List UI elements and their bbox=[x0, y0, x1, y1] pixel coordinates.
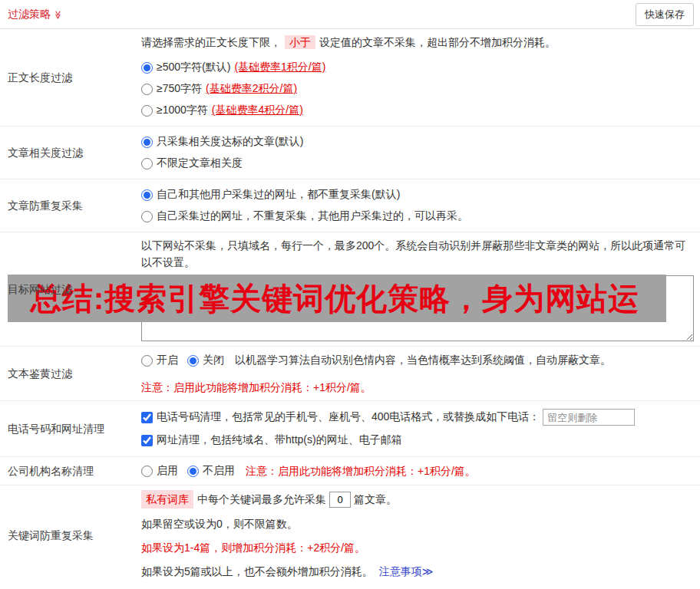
quick-save-button[interactable]: 快速保存 bbox=[636, 3, 694, 26]
company-off-radio[interactable] bbox=[187, 466, 199, 477]
phone-cleanup-text: 电话号码清理，包括常见的手机号、座机号、400电话格式，或替换成如下电话： bbox=[157, 410, 540, 424]
body-length-content: 请选择需求的正文长度下限，小于设定值的文章不采集，超出部分不增加积分消耗。 ≥5… bbox=[135, 29, 700, 126]
relevance-strict-radio[interactable] bbox=[141, 137, 153, 148]
phone-url-label: 电话号码和网址清理 bbox=[0, 401, 135, 456]
length-1000-fee-note: (基础费率4积分/篇) bbox=[212, 104, 303, 117]
row-dedup-collection: 文章防重复采集 自己和其他用户采集过的网址，都不重复采集(默认) 自己采集过的网… bbox=[0, 179, 700, 232]
company-on-option[interactable]: 启用 bbox=[141, 464, 178, 478]
keyword-dedup-content: 私有词库 中每个关键词最多允许采集 篇文章。 如果留空或设为0，则不限篇数。 如… bbox=[135, 485, 700, 584]
relevance-strict-option[interactable]: 只采集相关度达标的文章(默认) bbox=[141, 131, 694, 153]
porn-on-radio[interactable] bbox=[141, 355, 153, 367]
dedup-all-users-radio[interactable] bbox=[141, 189, 153, 201]
url-cleanup-text: 网址清理，包括纯域名、带http(s)的网址、电子邮箱 bbox=[157, 433, 402, 447]
phone-cleanup-checkbox[interactable] bbox=[141, 412, 153, 423]
keyword-dedup-line3: 如果设为1-4篇，则增加积分消耗：+2积分/篇。 bbox=[141, 539, 694, 556]
max-articles-input[interactable] bbox=[329, 492, 351, 508]
row-relevance-filter: 文章相关度过滤 只采集相关度达标的文章(默认) 不限定文章相关度 bbox=[0, 127, 700, 179]
page-title-text: 过滤策略 bbox=[8, 8, 51, 21]
url-cleanup-line: 网址清理，包括纯域名、带http(s)的网址、电子邮箱 bbox=[141, 429, 694, 452]
phone-cleanup-option[interactable]: 电话号码清理，包括常见的手机号、座机号、400电话格式，或替换成如下电话： bbox=[141, 410, 540, 424]
porn-filter-note: 注意：启用此功能将增加积分消耗：+1积分/篇。 bbox=[141, 379, 694, 396]
company-off-text: 不启用 bbox=[203, 464, 235, 478]
porn-off-radio[interactable] bbox=[187, 355, 199, 367]
row-body-length-filter: 正文长度过滤 请选择需求的正文长度下限，小于设定值的文章不采集，超出部分不增加积… bbox=[0, 29, 700, 127]
relevance-any-text: 不限定文章相关度 bbox=[157, 156, 243, 170]
keyword-dedup-line1-text: 中每个关键词最多允许采集 bbox=[197, 491, 326, 508]
porn-off-text: 关闭 bbox=[203, 354, 224, 367]
target-sites-label: 目标网站过滤 bbox=[0, 232, 135, 346]
body-length-label: 正文长度过滤 bbox=[0, 29, 135, 126]
keyword-dedup-line4-text: 如果设为5篇或以上，也不会额外增加积分消耗。 bbox=[141, 563, 373, 580]
length-1000-text: ≥1000字符 bbox=[157, 104, 208, 117]
length-750-text: ≥750字符 bbox=[157, 82, 202, 96]
relevance-any-radio[interactable] bbox=[141, 158, 153, 169]
length-750-fee-note: (基础费率2积分/篇) bbox=[206, 82, 297, 96]
url-cleanup-option[interactable]: 网址清理，包括纯域名、带http(s)的网址、电子邮箱 bbox=[141, 433, 402, 447]
porn-filter-label: 文本鉴黄过滤 bbox=[0, 347, 135, 400]
length-500-text: ≥500字符(默认) bbox=[157, 61, 230, 74]
intro-pre-text: 请选择需求的正文长度下限， bbox=[141, 36, 281, 48]
company-off-option[interactable]: 不启用 bbox=[187, 464, 235, 478]
filter-strategy-page: 过滤策略 ≫ 快速保存 正文长度过滤 请选择需求的正文长度下限，小于设定值的文章… bbox=[0, 0, 700, 589]
porn-on-option[interactable]: 开启 bbox=[141, 354, 178, 367]
dedup-all-users-option[interactable]: 自己和其他用户采集过的网址，都不重复采集(默认) bbox=[141, 184, 694, 206]
topbar: 过滤策略 ≫ 快速保存 bbox=[0, 0, 700, 29]
length-500-radio[interactable] bbox=[141, 62, 153, 74]
dedup-self-only-radio[interactable] bbox=[141, 211, 153, 222]
relevance-content: 只采集相关度达标的文章(默认) 不限定文章相关度 bbox=[135, 127, 700, 179]
length-1000-radio[interactable] bbox=[141, 105, 153, 117]
relevance-any-option[interactable]: 不限定文章相关度 bbox=[141, 153, 694, 174]
row-porn-filter: 文本鉴黄过滤 开启 关闭 以机器学习算法自动识别色情内容，当色情概率达到系统阈值… bbox=[0, 347, 700, 401]
company-on-radio[interactable] bbox=[141, 466, 153, 477]
dedup-label: 文章防重复采集 bbox=[0, 179, 135, 232]
chevron-down-icon: ≫ bbox=[53, 11, 63, 20]
length-750-option[interactable]: ≥750字符 (基础费率2积分/篇) bbox=[141, 78, 694, 100]
page-title[interactable]: 过滤策略 ≫ bbox=[8, 8, 63, 21]
row-keyword-dedup: 关键词防重复采集 私有词库 中每个关键词最多允许采集 篇文章。 如果留空或设为0… bbox=[0, 485, 700, 584]
porn-off-option[interactable]: 关闭 bbox=[187, 354, 224, 367]
company-on-text: 启用 bbox=[157, 464, 178, 478]
less-than-highlight: 小于 bbox=[285, 35, 315, 49]
relevance-label: 文章相关度过滤 bbox=[0, 127, 135, 179]
length-500-fee-note: (基础费率1积分/篇) bbox=[234, 61, 325, 74]
length-750-radio[interactable] bbox=[141, 84, 153, 95]
phone-url-content: 电话号码清理，包括常见的手机号、座机号、400电话格式，或替换成如下电话： 网址… bbox=[135, 401, 700, 456]
keyword-dedup-line1: 私有词库 中每个关键词最多允许采集 篇文章。 bbox=[141, 490, 694, 508]
company-cleanup-note: 注意：启用此功能将增加积分消耗：+1积分/篇。 bbox=[246, 462, 476, 479]
notes-link[interactable]: 注意事项≫ bbox=[379, 563, 434, 580]
keyword-dedup-label: 关键词防重复采集 bbox=[0, 485, 135, 584]
relevance-strict-text: 只采集相关度达标的文章(默认) bbox=[157, 135, 303, 149]
porn-filter-content: 开启 关闭 以机器学习算法自动识别色情内容，当色情概率达到系统阈值，自动屏蔽文章… bbox=[135, 347, 700, 400]
phone-cleanup-line: 电话号码清理，包括常见的手机号、座机号、400电话格式，或替换成如下电话： bbox=[141, 406, 694, 429]
body-length-intro: 请选择需求的正文长度下限，小于设定值的文章不采集，超出部分不增加积分消耗。 bbox=[141, 34, 694, 51]
replacement-phone-input[interactable] bbox=[543, 409, 635, 426]
porn-on-text: 开启 bbox=[157, 354, 178, 367]
intro-post-text: 设定值的文章不采集，超出部分不增加积分消耗。 bbox=[319, 36, 556, 48]
company-cleanup-options: 启用 不启用 注意：启用此功能将增加积分消耗：+1积分/篇。 bbox=[141, 462, 694, 480]
row-phone-url-cleanup: 电话号码和网址清理 电话号码清理，包括常见的手机号、座机号、400电话格式，或替… bbox=[0, 401, 700, 457]
keyword-dedup-line4: 如果设为5篇或以上，也不会额外增加积分消耗。 注意事项≫ bbox=[141, 563, 694, 580]
target-sites-desc: 以下网站不采集，只填域名，每行一个，最多200个。系统会自动识别并屏蔽那些非文章… bbox=[141, 237, 694, 271]
company-cleanup-content: 启用 不启用 注意：启用此功能将增加积分消耗：+1积分/篇。 bbox=[135, 457, 700, 485]
dedup-content: 自己和其他用户采集过的网址，都不重复采集(默认) 自己采集过的网址，不重复采集，… bbox=[135, 179, 700, 232]
private-lexicon-tag: 私有词库 bbox=[141, 490, 193, 508]
keyword-dedup-line2: 如果留空或设为0，则不限篇数。 bbox=[141, 515, 694, 532]
length-500-option[interactable]: ≥500字符(默认) (基础费率1积分/篇) bbox=[141, 57, 694, 78]
porn-filter-desc: 以机器学习算法自动识别色情内容，当色情概率达到系统阈值，自动屏蔽文章。 bbox=[235, 354, 611, 367]
url-cleanup-checkbox[interactable] bbox=[141, 435, 153, 446]
company-cleanup-label: 公司机构名称清理 bbox=[0, 457, 135, 485]
dedup-all-users-text: 自己和其他用户采集过的网址，都不重复采集(默认) bbox=[157, 188, 400, 202]
dedup-self-only-option[interactable]: 自己采集过的网址，不重复采集，其他用户采集过的，可以再采。 bbox=[141, 206, 694, 227]
length-1000-option[interactable]: ≥1000字符 (基础费率4积分/篇) bbox=[141, 100, 694, 121]
dedup-self-only-text: 自己采集过的网址，不重复采集，其他用户采集过的，可以再采。 bbox=[157, 209, 468, 223]
porn-filter-options: 开启 关闭 以机器学习算法自动识别色情内容，当色情概率达到系统阈值，自动屏蔽文章… bbox=[141, 351, 694, 370]
keyword-dedup-line1-end: 篇文章。 bbox=[354, 491, 397, 508]
row-company-cleanup: 公司机构名称清理 启用 不启用 注意：启用此功能将增加积分消耗：+1积分/篇。 bbox=[0, 457, 700, 485]
